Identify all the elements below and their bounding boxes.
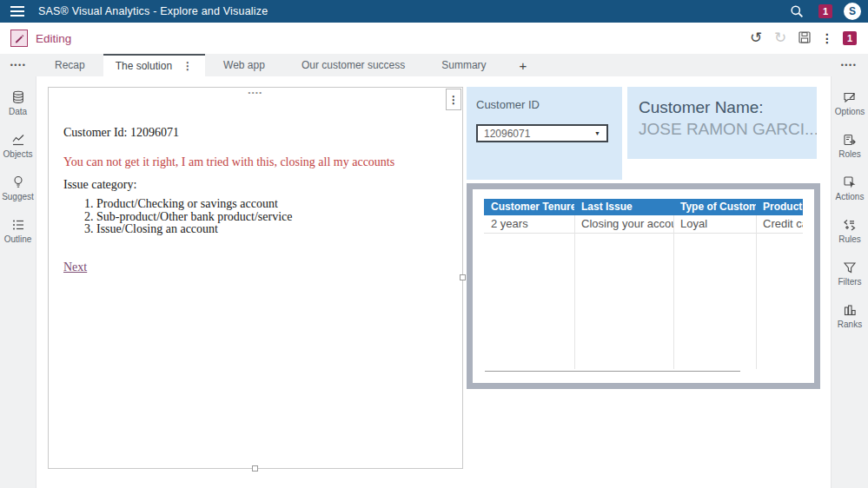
page-tab-strip: •••• Recap The solution ⋮ Web app Our cu… <box>0 54 868 76</box>
sidebar-item-label: Roles <box>838 149 861 159</box>
issue-category-list: Product/Checking or savings account Sub-… <box>63 198 293 236</box>
right-sidebar: Options Roles Actions <box>831 76 868 488</box>
notification-badge[interactable]: 1 <box>818 4 832 18</box>
hamburger-menu-icon[interactable] <box>10 5 25 17</box>
cell-customer-tenure: 2 years <box>484 215 574 233</box>
sidebar-item-filters[interactable]: Filters <box>832 252 868 294</box>
customer-id-dropdown-value: 12096071 <box>484 128 530 140</box>
issue-category-heading: Issue category: <box>63 178 136 192</box>
sidebar-item-roles[interactable]: Roles <box>832 124 868 167</box>
undo-button[interactable]: ↺ <box>744 30 768 47</box>
customer-id-line: Customer Id: 12096071 <box>63 126 179 140</box>
sidebar-item-outline[interactable]: Outline <box>0 209 36 252</box>
ranks-bars-icon <box>843 303 857 317</box>
outline-list-icon <box>11 218 25 232</box>
application-window: SAS® Visual Analytics - Explore and Visu… <box>0 0 868 488</box>
customer-list-table-object[interactable]: Customer Tenure▲ Last Issue Type of Cust… <box>467 183 820 389</box>
add-page-button[interactable]: + <box>505 54 542 76</box>
customer-name-value: JOSE RAMON GARCI... <box>639 120 817 139</box>
sidebar-item-actions[interactable]: Actions <box>832 167 868 209</box>
sidebar-item-label: Rules <box>838 234 861 244</box>
sidebar-item-label: Objects <box>3 149 33 159</box>
actions-cursor-icon <box>843 175 857 189</box>
customer-list-table: Customer Tenure▲ Last Issue Type of Cust… <box>484 199 803 234</box>
save-button[interactable] <box>792 30 817 47</box>
search-icon[interactable] <box>790 4 804 18</box>
left-pane-overflow-button[interactable]: •••• <box>0 54 36 76</box>
sidebar-item-label: Data <box>9 107 27 116</box>
table-row[interactable]: 2 years Closing your account Loyal Credi… <box>484 215 803 234</box>
column-header-last-issue[interactable]: Last Issue <box>574 199 673 215</box>
filter-funnel-icon <box>843 260 857 274</box>
tab-our-customer-success[interactable]: Our customer success <box>283 54 423 76</box>
sidebar-item-ranks[interactable]: Ranks <box>832 294 868 337</box>
horizontal-scrollbar[interactable] <box>485 371 740 372</box>
user-avatar[interactable]: S <box>844 3 861 20</box>
options-bubble-pencil-icon <box>843 90 857 104</box>
customer-id-dropdown[interactable]: 12096071 ▼ <box>476 124 608 142</box>
top-app-bar: SAS® Visual Analytics - Explore and Visu… <box>0 0 868 23</box>
column-header-customer-tenure[interactable]: Customer Tenure▲ <box>484 199 574 215</box>
object-drag-handle[interactable]: •••• <box>248 89 262 96</box>
app-title: SAS® Visual Analytics - Explore and Visu… <box>38 5 268 17</box>
edit-mode-label: Editing <box>36 32 71 45</box>
sidebar-item-options[interactable]: Options <box>832 82 868 124</box>
tab-menu-kebab-icon[interactable]: ⋮ <box>182 60 193 72</box>
object-menu-button[interactable]: ⋮ <box>446 89 461 110</box>
issue-item: Issue/Closing an account <box>96 223 293 236</box>
customer-id-panel: Customer ID 12096071 ▼ <box>467 87 622 180</box>
table-header-row: Customer Tenure▲ Last Issue Type of Cust… <box>484 199 803 215</box>
issue-item: Sub-product/Other bank product/service <box>96 211 293 224</box>
sidebar-item-label: Options <box>835 107 865 116</box>
tab-web-app[interactable]: Web app <box>205 54 283 76</box>
tab-the-solution-label: The solution <box>116 60 172 72</box>
issue-item: Product/Checking or savings account <box>96 198 293 211</box>
cell-type-of-customer: Loyal <box>673 215 756 233</box>
toolbar-more-menu[interactable]: ⋮ <box>817 31 838 45</box>
column-header-type-of-customer[interactable]: Type of Customer <box>673 199 756 215</box>
tab-the-solution[interactable]: The solution ⋮ <box>103 54 205 76</box>
roles-icon <box>843 133 857 147</box>
chevron-down-icon: ▼ <box>594 130 600 136</box>
redo-button[interactable]: ↻ <box>768 30 792 47</box>
sidebar-item-label: Filters <box>838 277 861 287</box>
next-link[interactable]: Next <box>63 260 87 274</box>
tab-summary[interactable]: Summary <box>423 54 504 76</box>
resize-handle-right[interactable] <box>460 274 466 280</box>
customer-name-label: Customer Name: <box>639 98 817 117</box>
column-divider <box>673 215 674 369</box>
text-object: •••• ⋮ Customer Id: 12096071 You can not… <box>48 87 463 469</box>
rules-icon <box>843 218 857 232</box>
sidebar-item-rules[interactable]: Rules <box>832 209 868 252</box>
sidebar-item-suggest[interactable]: Suggest <box>0 167 36 209</box>
sidebar-item-label: Outline <box>4 234 32 244</box>
database-icon <box>11 90 25 104</box>
column-divider <box>756 215 757 369</box>
sidebar-item-label: Actions <box>836 192 865 201</box>
column-header-product[interactable]: Product <box>756 199 803 215</box>
customer-id-label: Customer ID <box>476 98 540 111</box>
edit-mode-pencil-icon[interactable] <box>10 30 28 47</box>
sidebar-item-objects[interactable]: Objects <box>0 124 36 167</box>
report-toolbar: Editing ↺ ↻ ⋮ 1 <box>0 23 868 54</box>
complaint-text: You can not get it right, I am tried wit… <box>63 155 394 169</box>
column-divider <box>574 215 575 369</box>
resize-handle-bottom[interactable] <box>252 465 258 472</box>
cell-last-issue: Closing your account <box>574 215 673 233</box>
sidebar-item-data[interactable]: Data <box>0 82 36 124</box>
left-sidebar: Data Objects Suggest Outline <box>0 76 36 488</box>
customer-name-panel: Customer Name: JOSE RAMON GARCI... <box>627 87 817 159</box>
tab-recap[interactable]: Recap <box>36 54 103 76</box>
lightbulb-icon <box>11 175 25 189</box>
report-canvas-area: •••• ⋮ Customer Id: 12096071 You can not… <box>37 76 830 488</box>
sidebar-item-label: Suggest <box>2 192 34 201</box>
cell-product: Credit car <box>756 215 803 233</box>
toolbar-badge[interactable]: 1 <box>843 31 857 45</box>
right-pane-overflow-button[interactable]: •••• <box>830 54 868 76</box>
line-chart-icon <box>11 133 25 147</box>
sidebar-item-label: Ranks <box>838 320 862 329</box>
